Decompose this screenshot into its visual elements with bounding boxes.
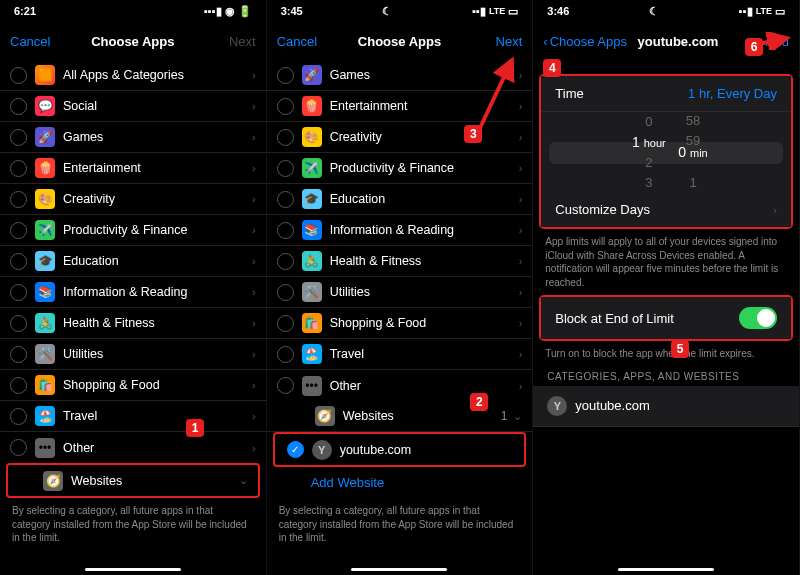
add-website-button[interactable]: Add Website [267,467,533,498]
row-label: Utilities [330,285,519,299]
category-row[interactable]: 📚 Information & Reading › [0,277,266,308]
battery-icon: ▭ [775,5,785,18]
social-icon: 💬 [35,96,55,116]
radio-unchecked-icon[interactable] [277,191,294,208]
row-label: All Apps & Categories [63,68,252,82]
minutes-column[interactable]: 57 58 59 0 min 1 2 [686,112,700,192]
radio-unchecked-icon[interactable] [10,377,27,394]
next-button[interactable]: Next [196,34,256,49]
category-row[interactable]: 🛠️ Utilities › [0,339,266,370]
time-row[interactable]: Time 1 hr, Every Day [541,76,791,112]
chevron-right-icon: › [252,410,256,422]
category-row[interactable]: 🚀 Games › [0,122,266,153]
games-icon: 🚀 [302,65,322,85]
radio-unchecked-icon[interactable] [277,346,294,363]
radio-unchecked-icon[interactable] [10,191,27,208]
category-row[interactable]: 🍿 Entertainment › [0,153,266,184]
ent-icon: 🍿 [35,158,55,178]
radio-unchecked-icon[interactable] [277,98,294,115]
site-label: youtube.com [575,398,649,413]
radio-unchecked-icon[interactable] [277,377,294,394]
row-label: Shopping & Food [330,316,519,330]
lte-label: LTE [489,6,505,16]
radio-unchecked-icon[interactable] [10,98,27,115]
category-row[interactable]: 🎓 Education › [267,184,533,215]
radio-unchecked-icon[interactable] [10,129,27,146]
row-websites[interactable]: 🧭 Websites 1 ⌄ [267,401,533,432]
radio-unchecked-icon[interactable] [277,284,294,301]
category-row[interactable]: 🚴 Health & Fitness › [267,246,533,277]
category-row[interactable]: 📚 Information & Reading › [267,215,533,246]
cancel-button[interactable]: Cancel [277,34,337,49]
category-list[interactable]: 🟧 All Apps & Categories › 💬 Social › 🚀 G… [0,60,266,463]
radio-unchecked-icon[interactable] [277,222,294,239]
category-row[interactable]: 💬 Social › [0,91,266,122]
chevron-right-icon: › [252,379,256,391]
category-row[interactable]: 🎨 Creativity › [0,184,266,215]
site-cell[interactable]: Y youtube.com [533,386,799,427]
globe-icon: 🧭 [43,471,63,491]
cancel-button[interactable]: Cancel [10,34,70,49]
ent-icon: 🍿 [302,96,322,116]
category-row[interactable]: 🏖️ Travel › [0,401,266,432]
category-row[interactable]: 🛠️ Utilities › [267,277,533,308]
category-row[interactable]: 🎓 Education › [0,246,266,277]
category-row[interactable]: ••• Other › [0,432,266,463]
checkbox-checked-icon[interactable]: ✓ [287,441,304,458]
other-icon: ••• [302,376,322,396]
chevron-right-icon: › [519,224,523,236]
creat-icon: 🎨 [35,189,55,209]
back-button[interactable]: ‹ Choose Apps [543,34,627,49]
block-switch[interactable] [739,307,777,329]
chevron-right-icon: › [519,380,523,392]
radio-unchecked-icon[interactable] [10,284,27,301]
annotation-3: 3 [464,125,482,143]
radio-unchecked-icon[interactable] [10,315,27,332]
category-row[interactable]: 🛍️ Shopping & Food › [267,308,533,339]
customize-days-row[interactable]: Customize Days › [541,192,791,227]
next-button[interactable]: Next [462,34,522,49]
status-right: ▪▪▮ LTE ▭ [739,5,785,18]
radio-unchecked-icon[interactable] [277,67,294,84]
category-row[interactable]: ••• Other › [267,370,533,401]
time-value: 1 hr, Every Day [688,86,777,101]
radio-unchecked-icon[interactable] [277,253,294,270]
time-picker[interactable]: 0 1 hour 2 3 57 58 59 0 min 1 2 [541,112,791,192]
signal-icon: ▪▪▮ [472,5,486,18]
category-row[interactable]: 🛍️ Shopping & Food › [0,370,266,401]
radio-unchecked-icon[interactable] [10,346,27,363]
category-row[interactable]: 🏖️ Travel › [267,339,533,370]
radio-unchecked-icon[interactable] [277,129,294,146]
edu-icon: 🎓 [302,189,322,209]
row-label: Websites [343,409,501,423]
row-label: Entertainment [63,161,252,175]
radio-unchecked-icon[interactable] [10,439,27,456]
radio-unchecked-icon[interactable] [277,160,294,177]
radio-unchecked-icon[interactable] [277,315,294,332]
chevron-down-icon: ⌄ [239,474,248,487]
radio-unchecked-icon[interactable] [10,67,27,84]
shop-icon: 🛍️ [302,313,322,333]
row-label: Games [63,130,252,144]
category-row[interactable]: ✈️ Productivity & Finance › [267,153,533,184]
globe-icon: 🧭 [315,406,335,426]
row-label: Shopping & Food [63,378,252,392]
row-label: Health & Fitness [63,316,252,330]
radio-unchecked-icon[interactable] [10,222,27,239]
section-header: CATEGORIES, APPS, AND WEBSITES [533,367,799,386]
home-indicator[interactable] [351,568,447,572]
selected-site-row[interactable]: ✓ Y youtube.com [275,434,525,465]
home-indicator[interactable] [618,568,714,572]
footer-text: By selecting a category, all future apps… [0,498,266,551]
category-row[interactable]: ✈️ Productivity & Finance › [0,215,266,246]
radio-unchecked-icon[interactable] [10,408,27,425]
home-indicator[interactable] [85,568,181,572]
radio-unchecked-icon[interactable] [10,253,27,270]
moon-icon: ☾ [382,5,392,18]
category-row[interactable]: 🚴 Health & Fitness › [0,308,266,339]
radio-unchecked-icon[interactable] [10,160,27,177]
category-row[interactable]: 🟧 All Apps & Categories › [0,60,266,91]
hours-column[interactable]: 0 1 hour 2 3 [632,112,666,192]
row-websites[interactable]: 🧭 Websites ⌄ [8,465,258,496]
prod-icon: ✈️ [302,158,322,178]
